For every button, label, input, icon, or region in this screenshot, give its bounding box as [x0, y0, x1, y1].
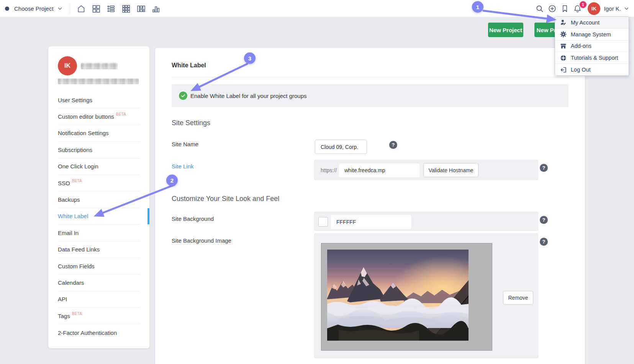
grid-2x2-icon[interactable] [91, 4, 101, 14]
sidebar-item-data-feed-links[interactable]: Data Feed Links [58, 242, 140, 258]
validate-hostname-button[interactable]: Validate Hostname [423, 163, 478, 177]
beta-badge: BETA [72, 179, 82, 183]
redacted-email [58, 78, 139, 84]
menu-item-label: My Account [571, 20, 600, 26]
search-icon[interactable] [535, 4, 544, 13]
site-name-label: Site Name [172, 141, 198, 147]
sidebar-item-backups[interactable]: Backups [58, 191, 140, 208]
sidebar-item-label: White Label [58, 213, 88, 219]
menu-item-label: Log Out [571, 67, 591, 73]
menu-item-label: Add-ons [571, 43, 591, 49]
home-icon[interactable] [76, 4, 86, 14]
sidebar-item-label: Subscriptions [58, 147, 92, 153]
menu-item-log-out[interactable]: Log Out [555, 64, 629, 75]
beta-badge: BETA [72, 312, 82, 316]
background-image-frame [321, 243, 492, 351]
username[interactable]: Igor K. [604, 5, 621, 12]
enabled-check-icon[interactable] [179, 91, 187, 100]
sidebar-item-label: Custom editor buttons [58, 113, 114, 120]
site-background-help-icon[interactable]: ? [540, 216, 548, 224]
choose-project-dropdown[interactable]: Choose Project [14, 5, 54, 12]
menu-item-my-account[interactable]: My Account [555, 17, 629, 29]
chevron-down-icon[interactable] [57, 6, 63, 11]
mountain-sunset-photo [327, 250, 469, 341]
sidebar-item-label: User Settings [58, 97, 92, 103]
background-image-preview [327, 250, 469, 341]
sidebar-item-subscriptions[interactable]: Subscriptions [58, 142, 140, 158]
site-background-group [314, 212, 538, 231]
site-link-label[interactable]: Site Link [172, 163, 194, 170]
sidebar-item-label: One Click Login [58, 163, 98, 170]
white-label-panel: White Label Enable White Label for all y… [155, 48, 585, 364]
sidebar-item-custom-editor-buttons[interactable]: Custom editor buttonsBETA [58, 108, 140, 125]
logout-icon [560, 66, 567, 73]
navbar-right: 1 IK Igor K. [535, 0, 629, 17]
customize-heading: Customize Your Site Look and Feel [172, 195, 279, 203]
background-color-swatch[interactable] [318, 217, 328, 227]
lifebuoy-icon [560, 54, 567, 62]
sidebar-item-custom-fields[interactable]: Custom Fields [58, 258, 140, 274]
add-icon[interactable] [548, 4, 557, 13]
sidebar-item-label: Data Feed Links [58, 246, 100, 253]
sidebar-menu: User SettingsCustom editor buttonsBETANo… [58, 92, 140, 341]
sidebar-item-label: Custom Fields [58, 263, 95, 269]
board-columns-icon[interactable] [136, 4, 146, 14]
site-background-image-help-icon[interactable]: ? [540, 238, 548, 246]
sidebar-item-label: API [58, 296, 67, 302]
sidebar-item-2-factor-authentication[interactable]: 2-Factor Authentication [58, 324, 140, 341]
sidebar-item-label: Tags [58, 313, 70, 319]
menu-item-label: Tutorials & Support [571, 55, 618, 61]
menu-item-tutorials-support[interactable]: Tutorials & Support [555, 52, 629, 64]
notifications-button[interactable]: 1 [573, 4, 582, 13]
title-divider [172, 77, 569, 77]
site-link-group: https:// Validate Hostname [314, 160, 538, 180]
sidebar-item-notification-settings[interactable]: Notification Settings [58, 125, 140, 142]
sidebar-item-calendars[interactable]: Calendars [58, 274, 140, 291]
sidebar-item-one-click-login[interactable]: One Click Login [58, 158, 140, 175]
site-background-image-label: Site Background Image [172, 237, 231, 244]
menu-item-add-ons[interactable]: Add-ons [555, 41, 629, 52]
store-icon [560, 42, 567, 50]
background-color-input[interactable] [331, 215, 411, 229]
sidebar-item-label: Calendars [58, 279, 84, 286]
gear-icon [560, 31, 567, 38]
user-menu-chevron-icon[interactable] [624, 6, 629, 11]
site-background-image-group: Remove [314, 233, 538, 358]
step-badge-3: 3 [244, 52, 256, 64]
bookmark-icon[interactable] [560, 4, 570, 13]
list-view-icon[interactable] [106, 4, 116, 14]
sidebar-item-sso[interactable]: SSOBETA [58, 175, 140, 191]
sidebar-item-tags[interactable]: TagsBETA [58, 308, 140, 324]
white-label-settings-page: Choose Project 1 IK Igor K. New Project … [0, 0, 634, 364]
menu-item-label: Manage System [571, 31, 611, 38]
site-name-input[interactable] [315, 140, 367, 154]
enable-white-label-text: Enable White Label for all your project … [190, 84, 307, 107]
avatar[interactable]: IK [588, 2, 600, 15]
protocol-prefix: https:// [321, 160, 337, 180]
sidebar-item-white-label[interactable]: White Label [58, 208, 140, 225]
view-switcher [76, 4, 161, 14]
site-link-help-icon[interactable]: ? [540, 164, 548, 172]
sidebar-item-label: Email In [58, 230, 79, 236]
navbar-left: Choose Project [0, 0, 161, 17]
site-background-label: Site Background [172, 215, 214, 222]
bar-chart-icon[interactable] [151, 4, 161, 14]
notification-count-badge: 1 [579, 0, 587, 9]
redacted-username [81, 63, 118, 69]
sidebar-item-label: Backups [58, 196, 80, 203]
sidebar-item-label: SSO [58, 180, 70, 186]
site-name-help-icon[interactable]: ? [389, 141, 397, 149]
remove-image-button[interactable]: Remove [503, 291, 533, 305]
navbar-divider [70, 3, 70, 15]
user-edit-icon [560, 19, 567, 26]
sidebar-item-email-in[interactable]: Email In [58, 225, 140, 241]
top-navbar: Choose Project 1 IK Igor K. [0, 0, 634, 17]
sidebar-item-label: 2-Factor Authentication [58, 330, 117, 336]
new-project-button[interactable]: New Project [488, 23, 523, 37]
sidebar-item-label: Notification Settings [58, 130, 109, 136]
grid-3x3-icon[interactable] [121, 4, 131, 14]
sidebar-item-api[interactable]: API [58, 291, 140, 308]
site-link-input[interactable] [339, 163, 419, 177]
menu-item-manage-system[interactable]: Manage System [555, 29, 629, 41]
sidebar-item-user-settings[interactable]: User Settings [58, 92, 140, 108]
